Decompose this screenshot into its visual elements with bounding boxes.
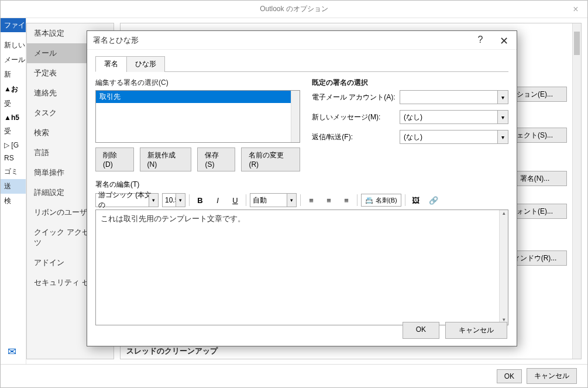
signature-item-selected[interactable]: 取引先 bbox=[96, 91, 300, 103]
separator bbox=[300, 194, 301, 206]
rename-button[interactable]: 名前の変更(R) bbox=[241, 147, 300, 171]
select-signature-label: 編集する署名の選択(C) bbox=[95, 78, 300, 88]
align-left-button[interactable]: ≡ bbox=[304, 193, 318, 207]
reply-field: 返信/転送(F): (なし)▾ bbox=[312, 130, 508, 144]
nav-fragment: 新しい bbox=[1, 38, 26, 53]
separator bbox=[189, 194, 190, 206]
tab-stationery[interactable]: ひな形 bbox=[126, 56, 165, 72]
separator bbox=[357, 194, 357, 206]
chevron-down-icon: ▾ bbox=[176, 194, 185, 207]
thread-cleanup-heading: スレッドのクリーンアップ bbox=[126, 346, 218, 356]
dialog-ok-button[interactable]: OK bbox=[403, 322, 439, 339]
save-button[interactable]: 保存(S) bbox=[197, 147, 235, 171]
dialog-tabs: 署名 ひな形 bbox=[95, 56, 508, 72]
picture-button[interactable]: 🖼 bbox=[409, 193, 423, 207]
bold-button[interactable]: B bbox=[193, 193, 207, 207]
editor-text[interactable]: これは取引先用のテンプレート文章です。 bbox=[96, 210, 508, 228]
scroll-up-icon[interactable]: ▴ bbox=[500, 210, 508, 218]
nav-fragment: 受 bbox=[1, 97, 26, 111]
card-icon: 📇 bbox=[365, 197, 373, 204]
dialog-title: 署名とひな形 bbox=[93, 35, 139, 46]
separator bbox=[246, 194, 246, 206]
close-icon[interactable]: ✕ bbox=[496, 35, 512, 47]
editor-scrollbar[interactable]: ▴ ▾ bbox=[499, 210, 508, 325]
chevron-down-icon: ▾ bbox=[149, 194, 158, 207]
nav-fragment: ゴミ bbox=[1, 164, 26, 179]
options-titlebar: Outlook のオプション × bbox=[1, 1, 587, 18]
default-signature-col: 既定の署名の選択 電子メール アカウント(A): ▾ 新しいメッセージ(M): … bbox=[312, 78, 508, 171]
nav-fragment: ▲お bbox=[1, 82, 26, 97]
separator bbox=[405, 194, 405, 206]
options-scrollbar[interactable] bbox=[572, 23, 581, 359]
nav-fragment: 検 bbox=[1, 194, 26, 208]
options-ok-button[interactable]: OK bbox=[497, 369, 522, 383]
signature-buttons: 削除(D) 新規作成(N) 保存(S) 名前の変更(R) bbox=[95, 147, 300, 171]
chevron-down-icon: ▾ bbox=[287, 194, 296, 207]
chevron-down-icon: ▾ bbox=[497, 111, 508, 123]
new-message-label: 新しいメッセージ(M): bbox=[312, 112, 400, 122]
signature-select-col: 編集する署名の選択(C) 取引先 削除(D) 新規作成(N) 保存(S) 名前の… bbox=[95, 78, 300, 171]
options-footer: OK キャンセル bbox=[1, 364, 587, 387]
nav-fragment: メール bbox=[1, 53, 26, 67]
reply-select[interactable]: (なし)▾ bbox=[400, 130, 508, 144]
dialog-footer: OK キャンセル bbox=[403, 322, 507, 339]
align-center-button[interactable]: ≡ bbox=[322, 193, 336, 207]
top-row: 編集する署名の選択(C) 取引先 削除(D) 新規作成(N) 保存(S) 名前の… bbox=[95, 78, 508, 171]
new-button[interactable]: 新規作成(N) bbox=[140, 147, 192, 171]
signature-editor[interactable]: これは取引先用のテンプレート文章です。 ▴ ▾ bbox=[95, 210, 508, 325]
outlook-left-nav-strip: ファイ 新しいメール新▲お受▲h5受▷ [GRSゴミ送検 ✉ bbox=[1, 18, 26, 364]
account-select[interactable]: ▾ bbox=[400, 90, 508, 104]
nav-fragment: ▷ [G bbox=[1, 139, 26, 152]
mail-icon: ✉ bbox=[8, 345, 16, 358]
default-signature-label: 既定の署名の選択 bbox=[312, 78, 508, 88]
new-message-field: 新しいメッセージ(M): (なし)▾ bbox=[312, 110, 508, 124]
size-select[interactable]: 10.5▾ bbox=[162, 193, 185, 207]
scrollbar-thumb[interactable] bbox=[574, 32, 580, 55]
delete-button[interactable]: 削除(D) bbox=[95, 147, 134, 171]
file-tab[interactable]: ファイ bbox=[1, 18, 26, 32]
underline-button[interactable]: U bbox=[228, 193, 242, 207]
link-button[interactable]: 🔗 bbox=[427, 193, 441, 207]
dialog-cancel-button[interactable]: キャンセル bbox=[445, 322, 507, 339]
font-select[interactable]: 游ゴシック (本文の▾ bbox=[95, 193, 159, 207]
listbox-scrollbar[interactable] bbox=[291, 91, 300, 142]
nav-fragment: 受 bbox=[1, 124, 26, 139]
new-message-select[interactable]: (なし)▾ bbox=[400, 110, 508, 124]
business-card-button[interactable]: 📇名刺(B) bbox=[361, 194, 401, 207]
account-field: 電子メール アカウント(A): ▾ bbox=[312, 90, 508, 104]
nav-fragment: ▲h5 bbox=[1, 111, 26, 124]
help-icon[interactable]: ? bbox=[473, 35, 487, 45]
chevron-down-icon: ▾ bbox=[497, 131, 508, 143]
chevron-down-icon: ▾ bbox=[497, 91, 508, 104]
font-color-select[interactable]: 自動▾ bbox=[250, 193, 297, 207]
nav-fragment: 送 bbox=[1, 179, 26, 194]
signature-listbox[interactable]: 取引先 bbox=[95, 90, 300, 143]
dialog-body: 署名 ひな形 編集する署名の選択(C) 取引先 削除(D) 新規作成(N) 保存… bbox=[87, 50, 517, 331]
align-right-button[interactable]: ≡ bbox=[339, 193, 353, 207]
options-cancel-button[interactable]: キャンセル bbox=[527, 368, 577, 384]
nav-fragment: RS bbox=[1, 152, 26, 164]
nav-fragment: 新 bbox=[1, 67, 26, 82]
signature-dialog: 署名とひな形 ? ✕ 署名 ひな形 編集する署名の選択(C) 取引先 削除(D)… bbox=[87, 30, 517, 346]
reply-label: 返信/転送(F): bbox=[312, 132, 400, 142]
dialog-titlebar: 署名とひな形 ? ✕ bbox=[87, 31, 517, 50]
options-close-icon[interactable]: × bbox=[564, 1, 587, 18]
options-title: Outlook のオプション bbox=[260, 4, 328, 14]
editor-toolbar: 游ゴシック (本文の▾ 10.5▾ B I U 自動▾ ≡ ≡ ≡ 📇名刺(B)… bbox=[95, 193, 508, 207]
italic-button[interactable]: I bbox=[211, 193, 225, 207]
edit-signature-label: 署名の編集(T) bbox=[95, 180, 508, 190]
tab-signature[interactable]: 署名 bbox=[95, 56, 127, 72]
account-label: 電子メール アカウント(A): bbox=[312, 92, 400, 102]
